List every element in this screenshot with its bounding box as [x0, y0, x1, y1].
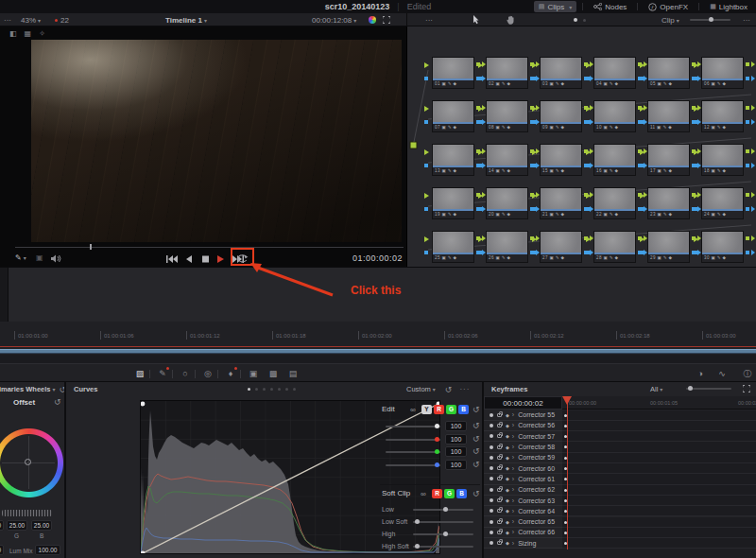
keyframe-diamond-icon[interactable]: ◆: [506, 412, 509, 418]
edit-value-b[interactable]: 100: [445, 460, 467, 470]
node-mode-select[interactable]: Clip▾: [662, 13, 679, 26]
split-screen-icon[interactable]: ◑: [693, 367, 708, 380]
enhance-icon[interactable]: ✧: [39, 29, 53, 38]
wheel-center-handle[interactable]: [25, 459, 31, 465]
soft-clip-r-button[interactable]: R: [432, 489, 442, 498]
slider-handle[interactable]: [443, 532, 448, 536]
node-more-icon[interactable]: ···: [743, 13, 750, 26]
keyframe-track-lane[interactable]: [562, 421, 756, 431]
keyframe-track-label[interactable]: ◆›Corrector 63: [484, 496, 562, 506]
chevron-down-icon[interactable]: ▾: [53, 386, 56, 392]
channel-b-button[interactable]: B: [458, 405, 469, 414]
slider-handle[interactable]: [435, 424, 439, 428]
keyframe-track-lane[interactable]: [562, 528, 756, 538]
keyframe-diamond-icon[interactable]: ◆: [506, 423, 509, 428]
slider-handle[interactable]: [435, 449, 439, 454]
expand-chevron-icon[interactable]: ›: [512, 454, 514, 461]
keyframe-track-label[interactable]: ◆›Corrector 59: [484, 453, 562, 463]
info-icon[interactable]: ⓘ: [740, 367, 755, 380]
viewer-expand-icon[interactable]: [383, 13, 390, 26]
lum-partial-value[interactable]: 0: [0, 545, 4, 555]
keyframe-track-lane[interactable]: [562, 506, 756, 516]
offset-color-wheel[interactable]: [0, 427, 64, 498]
keyframe-track-label[interactable]: ◆›Corrector 65: [484, 517, 562, 528]
gallery-sidebar[interactable]: [0, 268, 9, 323]
edit-value-g[interactable]: 100: [445, 446, 467, 457]
qualifier-icon[interactable]: ♦: [223, 367, 238, 380]
keyframe-track-label[interactable]: ◆›Corrector 58: [484, 442, 562, 452]
openfx-button[interactable]: ƒ OpenFX: [644, 1, 693, 12]
edit-value-r[interactable]: 100: [445, 434, 467, 445]
lock-icon[interactable]: [497, 434, 502, 438]
expand-chevron-icon[interactable]: ›: [512, 529, 514, 535]
corrector-node-27[interactable]: 27 ▣ ✎ ◆: [540, 231, 582, 263]
expand-chevron-icon[interactable]: ›: [512, 497, 514, 504]
corrector-node-15[interactable]: 15 ▣ ✎ ◆: [540, 144, 582, 176]
corrector-node-13[interactable]: 13 ▣ ✎ ◆: [432, 144, 474, 176]
channel-y-button[interactable]: Y: [421, 405, 432, 414]
slider-reset-icon[interactable]: ↺: [472, 460, 480, 469]
lock-icon[interactable]: [497, 541, 502, 545]
corrector-node-18[interactable]: 18 ▣ ✎ ◆: [701, 144, 744, 176]
corrector-node-11[interactable]: 11 ▣ ✎ ◆: [647, 100, 690, 132]
keyframe-diamond-icon[interactable]: ◆: [506, 487, 509, 493]
corrector-node-02[interactable]: 02 ▣ ✎ ◆: [486, 57, 528, 89]
corrector-node-23[interactable]: 23 ▣ ✎ ◆: [647, 187, 690, 219]
corrector-node-29[interactable]: 29 ▣ ✎ ◆: [647, 231, 690, 263]
slider-handle[interactable]: [443, 507, 448, 512]
expand-chevron-icon[interactable]: ›: [512, 433, 514, 440]
expand-chevron-icon[interactable]: ›: [512, 422, 514, 428]
track-enable-dot[interactable]: [490, 509, 493, 513]
corrector-node-21[interactable]: 21 ▣ ✎ ◆: [540, 187, 582, 219]
viewer-scrub-bar[interactable]: [15, 247, 404, 248]
corrector-node-09[interactable]: 09 ▣ ✎ ◆: [540, 100, 582, 132]
expand-chevron-icon[interactable]: ›: [512, 465, 514, 472]
lock-icon[interactable]: [497, 531, 502, 534]
node-page-dots[interactable]: [574, 13, 586, 26]
keyframe-track-lane[interactable]: [562, 538, 756, 549]
keyframe-track-lane[interactable]: [562, 496, 756, 506]
corrector-node-28[interactable]: 28 ▣ ✎ ◆: [593, 231, 636, 263]
slider-handle[interactable]: [435, 437, 439, 442]
keyframe-diamond-icon[interactable]: ◆: [506, 433, 509, 439]
keyframe-diamond-icon[interactable]: ◆: [506, 508, 509, 514]
keyframe-track-lane[interactable]: [562, 463, 756, 474]
power-window-icon[interactable]: ○: [178, 367, 193, 380]
keyframe-track-lane[interactable]: [562, 442, 756, 452]
corrector-node-19[interactable]: 19 ▣ ✎ ◆: [432, 187, 474, 219]
viewer-timecode[interactable]: 00:00:12:08▾: [312, 13, 356, 26]
expand-chevron-icon[interactable]: ›: [512, 476, 514, 482]
stills-icon[interactable]: ▣: [246, 367, 261, 380]
corrector-node-03[interactable]: 03 ▣ ✎ ◆: [540, 57, 582, 89]
corrector-node-26[interactable]: 26 ▣ ✎ ◆: [486, 231, 528, 263]
split-view-icon[interactable]: ◧: [9, 29, 25, 38]
viewer-options-icon[interactable]: ···: [4, 13, 11, 26]
keyframes-expand-icon[interactable]: [743, 385, 750, 392]
corrector-node-08[interactable]: 08 ▣ ✎ ◆: [486, 100, 528, 132]
track-enable-dot[interactable]: [490, 531, 493, 534]
curves-preset-select[interactable]: Custom: [406, 385, 431, 393]
corrector-node-24[interactable]: 24 ▣ ✎ ◆: [701, 187, 744, 219]
keyframe-track-label[interactable]: ◆›Sizing: [484, 538, 562, 549]
keyframe-diamond-icon[interactable]: ◆: [506, 519, 509, 525]
offset-master-slider[interactable]: [2, 510, 52, 516]
track-enable-dot[interactable]: [490, 488, 493, 492]
corrector-node-05[interactable]: 05 ▣ ✎ ◆: [647, 57, 690, 89]
slider-handle[interactable]: [415, 544, 420, 549]
keyframe-diamond-icon[interactable]: ◆: [506, 530, 509, 535]
slider-track[interactable]: [386, 439, 440, 441]
pan-tool-icon[interactable]: [507, 13, 515, 26]
slider-reset-icon[interactable]: ↺: [472, 421, 480, 430]
corrector-node-07[interactable]: 07 ▣ ✎ ◆: [432, 100, 474, 132]
soft-clip-link-icon[interactable]: ∞: [421, 490, 426, 498]
track-enable-dot[interactable]: [490, 498, 493, 502]
track-enable-dot[interactable]: [490, 434, 493, 438]
track-enable-dot[interactable]: [490, 424, 493, 427]
keyframe-track-label[interactable]: ◆›Corrector 56: [484, 421, 562, 431]
keyframe-track-lane[interactable]: [562, 474, 756, 484]
curve-control-point[interactable]: [141, 402, 145, 407]
keyframe-diamond-icon[interactable]: ◆: [506, 445, 509, 450]
scopes-icon[interactable]: ∿: [714, 367, 730, 380]
expand-chevron-icon[interactable]: ›: [512, 486, 514, 493]
nodes-button[interactable]: Nodes: [589, 1, 631, 12]
